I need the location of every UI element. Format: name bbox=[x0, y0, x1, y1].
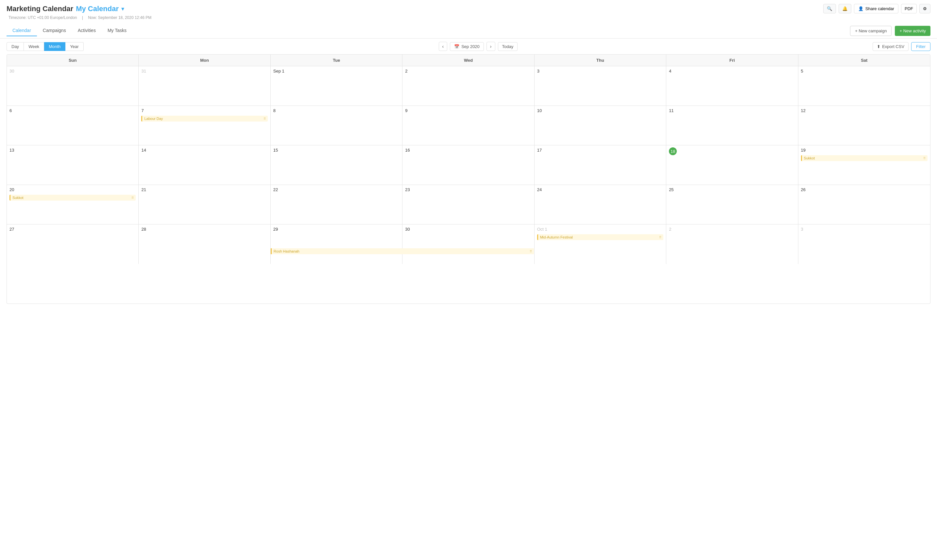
day-number: 3 bbox=[801, 227, 803, 232]
separator: | bbox=[82, 15, 83, 20]
next-month-button[interactable]: › bbox=[487, 42, 495, 51]
app-title: Marketing Calendar bbox=[6, 5, 73, 13]
calendar-row: 13 14 15 16 17 18 19 bbox=[7, 145, 930, 185]
pdf-button[interactable]: PDF bbox=[901, 4, 917, 13]
header-sat: Sat bbox=[798, 55, 930, 66]
filter-button[interactable]: Filter bbox=[911, 42, 931, 51]
tab-calendar[interactable]: Calendar bbox=[6, 25, 37, 36]
right-controls: ⬆ Export CSV Filter bbox=[872, 42, 931, 51]
cell-oct3[interactable]: 3 bbox=[798, 225, 930, 264]
tab-my-tasks[interactable]: My Tasks bbox=[102, 25, 133, 36]
day-number: 2 bbox=[669, 227, 671, 232]
cell-sep13[interactable]: 13 bbox=[7, 145, 139, 185]
cell-sep26[interactable]: 26 bbox=[798, 185, 930, 224]
share-icon: 👤 bbox=[858, 6, 863, 11]
drag-icon: ⠿ bbox=[659, 235, 661, 239]
cell-sep19[interactable]: 19 Sukkot ⠿ bbox=[798, 145, 930, 185]
cell-sep20[interactable]: 20 Sukkot ⠿ bbox=[7, 185, 139, 224]
cell-sep14[interactable]: 14 bbox=[139, 145, 270, 185]
day-number: 8 bbox=[273, 108, 276, 113]
share-calendar-button[interactable]: 👤 Share calendar bbox=[854, 4, 898, 13]
tab-activities[interactable]: Activities bbox=[72, 25, 102, 36]
sukkot-cont-event[interactable]: Sukkot ⠿ bbox=[9, 195, 136, 201]
cell-sep7[interactable]: 7 Labour Day ⠿ bbox=[139, 106, 270, 145]
cell-sep30[interactable]: 30 bbox=[402, 225, 534, 264]
event-label: Rosh Hashanah bbox=[274, 249, 299, 253]
cell-sep2[interactable]: 2 bbox=[402, 66, 534, 106]
day-number: 30 bbox=[405, 227, 410, 232]
rosh-hashanah-event[interactable]: Rosh Hashanah ⠿ bbox=[271, 248, 534, 254]
calendar-body: 30 31 Sep 1 2 3 4 5 bbox=[7, 66, 930, 303]
top-actions: 🔍 🔔 👤 Share calendar PDF ⚙ bbox=[823, 4, 931, 13]
drag-icon: ⠿ bbox=[923, 157, 926, 160]
cell-sep27[interactable]: 27 bbox=[7, 225, 139, 264]
header-fri: Fri bbox=[666, 55, 798, 66]
cell-sep22[interactable]: 22 bbox=[271, 185, 402, 224]
day-number: 29 bbox=[273, 227, 278, 232]
cell-aug30[interactable]: 30 bbox=[7, 66, 139, 106]
search-button[interactable]: 🔍 bbox=[823, 4, 836, 13]
export-csv-button[interactable]: ⬆ Export CSV bbox=[872, 42, 909, 51]
top-bar: Marketing Calendar My Calendar ▾ 🔍 🔔 👤 S… bbox=[0, 0, 937, 15]
day-number: 24 bbox=[537, 187, 542, 192]
cell-aug31[interactable]: 31 bbox=[139, 66, 270, 106]
header-wed: Wed bbox=[402, 55, 534, 66]
chevron-down-icon[interactable]: ▾ bbox=[121, 5, 124, 12]
cell-sep9[interactable]: 9 bbox=[402, 106, 534, 145]
day-number: 3 bbox=[537, 69, 539, 74]
cell-oct2[interactable]: 2 bbox=[666, 225, 798, 264]
view-year-button[interactable]: Year bbox=[65, 42, 83, 51]
tab-campaigns[interactable]: Campaigns bbox=[37, 25, 72, 36]
day-number: 5 bbox=[801, 69, 803, 74]
bell-button[interactable]: 🔔 bbox=[838, 4, 851, 13]
cell-sep25[interactable]: 25 bbox=[666, 185, 798, 224]
cell-sep17[interactable]: 17 bbox=[535, 145, 666, 185]
cell-sep18[interactable]: 18 bbox=[666, 145, 798, 185]
cell-sep23[interactable]: 23 bbox=[402, 185, 534, 224]
cell-sep29[interactable]: 29 Rosh Hashanah ⠿ bbox=[271, 225, 402, 264]
event-label: Sukkot bbox=[12, 196, 23, 200]
day-number: 2 bbox=[405, 69, 407, 74]
day-number: 27 bbox=[9, 227, 14, 232]
today-button[interactable]: Today bbox=[498, 42, 518, 51]
cell-sep16[interactable]: 16 bbox=[402, 145, 534, 185]
calendar-row: 20 Sukkot ⠿ 21 22 23 24 bbox=[7, 185, 930, 225]
cell-sep1[interactable]: Sep 1 bbox=[271, 66, 402, 106]
cell-sep24[interactable]: 24 bbox=[535, 185, 666, 224]
day-number-today: 18 bbox=[669, 147, 677, 155]
calendar-grid: Sun Mon Tue Wed Thu Fri Sat 30 31 Sep 1 bbox=[6, 54, 931, 304]
month-label: Sep 2020 bbox=[461, 44, 479, 49]
sukkot-event[interactable]: Sukkot ⠿ bbox=[801, 155, 928, 161]
settings-button[interactable]: ⚙ bbox=[919, 4, 931, 13]
cell-sep12[interactable]: 12 bbox=[798, 106, 930, 145]
cell-sep28[interactable]: 28 bbox=[139, 225, 270, 264]
event-label: Mid-Autumn Festival bbox=[540, 235, 573, 239]
cell-sep21[interactable]: 21 bbox=[139, 185, 270, 224]
new-campaign-button[interactable]: + New campaign bbox=[850, 26, 892, 36]
prev-month-button[interactable]: ‹ bbox=[439, 42, 448, 51]
day-number: 30 bbox=[9, 69, 14, 74]
cell-sep8[interactable]: 8 bbox=[271, 106, 402, 145]
drag-icon: ⠿ bbox=[264, 117, 266, 120]
view-week-button[interactable]: Week bbox=[24, 42, 44, 51]
calendar-row: 30 31 Sep 1 2 3 4 5 bbox=[7, 66, 930, 106]
day-number: Oct 1 bbox=[537, 227, 547, 232]
day-number: 22 bbox=[273, 187, 278, 192]
cell-sep6[interactable]: 6 bbox=[7, 106, 139, 145]
labour-day-event[interactable]: Labour Day ⠿ bbox=[141, 115, 267, 122]
view-month-button[interactable]: Month bbox=[44, 42, 65, 51]
cell-sep4[interactable]: 4 bbox=[666, 66, 798, 106]
day-number: 25 bbox=[669, 187, 673, 192]
cell-sep15[interactable]: 15 bbox=[271, 145, 402, 185]
day-number: 9 bbox=[405, 108, 407, 113]
cell-sep10[interactable]: 10 bbox=[535, 106, 666, 145]
cell-sep3[interactable]: 3 bbox=[535, 66, 666, 106]
new-activity-button[interactable]: + New activity bbox=[895, 26, 931, 36]
day-number: 20 bbox=[9, 187, 14, 192]
mid-autumn-event[interactable]: Mid-Autumn Festival ⠿ bbox=[537, 234, 663, 240]
cell-sep11[interactable]: 11 bbox=[666, 106, 798, 145]
cell-oct1[interactable]: Oct 1 Mid-Autumn Festival ⠿ bbox=[535, 225, 666, 264]
view-day-button[interactable]: Day bbox=[6, 42, 24, 51]
cell-sep5[interactable]: 5 bbox=[798, 66, 930, 106]
drag-icon: ⠿ bbox=[131, 196, 134, 200]
